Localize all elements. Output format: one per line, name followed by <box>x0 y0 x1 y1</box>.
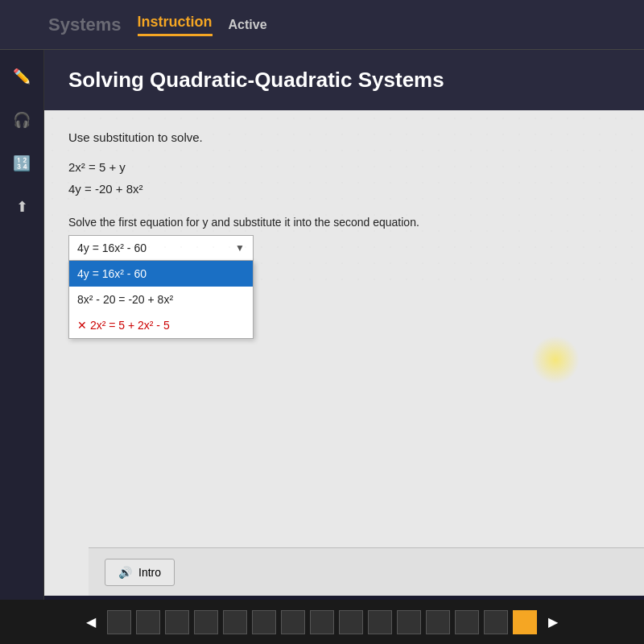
dropdown-selected-text: 4y = 16x² - 60 <box>77 242 147 254</box>
nav-box-9[interactable] <box>339 610 363 634</box>
headphones-icon[interactable]: 🎧 <box>7 105 36 134</box>
nav-box-3[interactable] <box>165 610 189 634</box>
nav-box-15[interactable] <box>513 610 537 634</box>
dropdown-item-2[interactable]: 8x² - 20 = -20 + 8x² <box>69 287 253 312</box>
dropdown-wrapper: 4y = 16x² - 60 ▼ 4y = 16x² - 60 8x² - 20… <box>68 235 254 261</box>
intro-label: Intro <box>138 566 161 579</box>
nav-prev-arrow[interactable]: ◀ <box>80 611 102 633</box>
nav-box-10[interactable] <box>368 610 392 634</box>
left-sidebar: ✏️ 🎧 🔢 ⬆ <box>0 50 44 644</box>
pencil-icon[interactable]: ✏️ <box>7 62 36 91</box>
tab-active[interactable]: Active <box>229 18 267 32</box>
dropdown-item-3[interactable]: ✕ 2x² = 5 + 2x² - 5 <box>69 312 253 338</box>
nav-box-2[interactable] <box>136 610 160 634</box>
nav-box-13[interactable] <box>455 610 479 634</box>
equation-1: 2x² = 5 + y <box>68 156 620 178</box>
top-bar-title: Systems <box>48 14 122 35</box>
page-heading: Solving Quadratic-Quadratic Systems <box>44 50 644 110</box>
dropdown-selected[interactable]: 4y = 16x² - 60 ▼ <box>68 235 254 261</box>
top-bar: Systems Instruction Active <box>0 0 644 50</box>
instruction-text: Use substitution to solve. <box>68 130 620 144</box>
page-heading-text: Solving Quadratic-Quadratic Systems <box>68 68 444 92</box>
bottom-nav: ◀ ▶ <box>0 600 644 644</box>
nav-next-arrow[interactable]: ▶ <box>542 611 564 633</box>
up-arrow-icon[interactable]: ⬆ <box>7 192 36 221</box>
tab-instruction[interactable]: Instruction <box>138 14 213 36</box>
sub-instruction: Solve the first equation for y and subst… <box>68 216 620 229</box>
nav-box-12[interactable] <box>426 610 450 634</box>
content-area: Use substitution to solve. 2x² = 5 + y 4… <box>44 110 644 281</box>
chevron-down-icon: ▼ <box>235 242 245 254</box>
nav-box-8[interactable] <box>310 610 334 634</box>
intro-button[interactable]: 🔊 Intro <box>105 559 175 586</box>
speaker-icon: 🔊 <box>118 566 132 579</box>
dropdown-item-1[interactable]: 4y = 16x² - 60 <box>69 261 253 287</box>
nav-box-6[interactable] <box>252 610 276 634</box>
equation-2: 4y = -20 + 8x² <box>68 178 620 200</box>
calculator-icon[interactable]: 🔢 <box>7 149 36 178</box>
equations: 2x² = 5 + y 4y = -20 + 8x² <box>68 156 620 200</box>
nav-box-1[interactable] <box>107 610 131 634</box>
dropdown-menu: 4y = 16x² - 60 8x² - 20 = -20 + 8x² ✕ 2x… <box>68 261 254 339</box>
nav-box-11[interactable] <box>397 610 421 634</box>
main-content: Solving Quadratic-Quadratic Systems Use … <box>44 50 644 596</box>
bottom-toolbar: 🔊 Intro <box>89 547 644 596</box>
nav-box-14[interactable] <box>484 610 508 634</box>
nav-box-7[interactable] <box>281 610 305 634</box>
glow-effect <box>531 336 580 384</box>
nav-box-5[interactable] <box>223 610 247 634</box>
nav-box-4[interactable] <box>194 610 218 634</box>
